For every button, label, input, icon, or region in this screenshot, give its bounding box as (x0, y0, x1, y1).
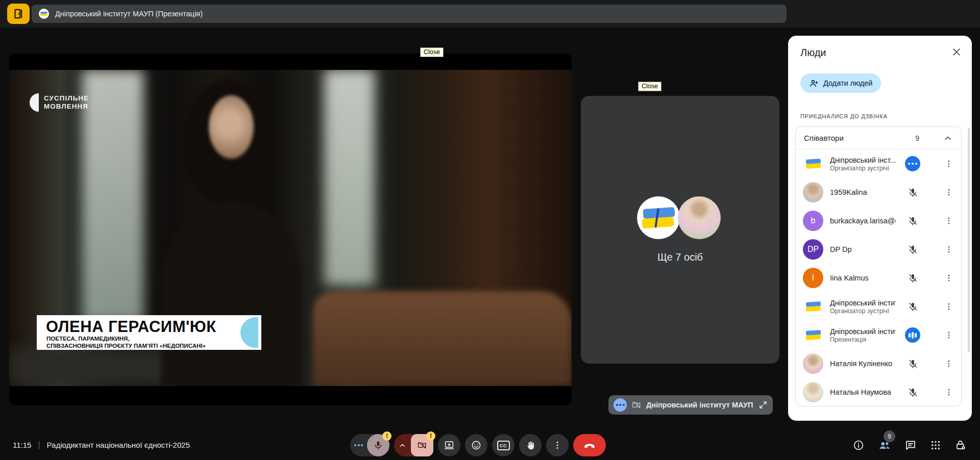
kebab-menu-icon[interactable] (943, 182, 955, 202)
add-people-button[interactable]: Додати людей (800, 73, 881, 93)
presentation-video-tile[interactable]: СУСПІЛЬНЕ МОВЛЕННЯ ОЛЕНА ГЕРАСИМ'ЮК ПОЕТ… (9, 54, 572, 405)
captions-button[interactable]: CC (492, 434, 514, 456)
meeting-favicon-flag-icon (39, 9, 49, 19)
audio-activity-icon (614, 398, 627, 412)
participant-name: Наталья Наумова (830, 388, 896, 397)
chevron-up-icon[interactable] (943, 133, 953, 143)
channel-logo-text: СУСПІЛЬНЕ МОВЛЕННЯ (44, 94, 89, 111)
kebab-menu-icon[interactable] (943, 353, 955, 374)
camera-control-group: ! (394, 434, 433, 456)
participant-avatar-flag (803, 296, 823, 317)
present-icon (444, 440, 455, 451)
speaker-roles: ПОЕТЕСА, ПАРАМЕДИКИНЯ, СПІВЗАСНОВНИЦЯ ПР… (46, 336, 206, 349)
participant-avatar-letter: DP (803, 239, 823, 260)
meeting-info-controls: 9 (852, 434, 967, 456)
present-button[interactable] (438, 434, 460, 456)
participant-row[interactable]: Дніпровський інститут... Презентація (796, 321, 961, 349)
device-chevron-icon[interactable] (394, 434, 411, 456)
participant-row[interactable]: Наталія Куліненко (796, 349, 961, 378)
host-controls-button[interactable] (954, 439, 967, 451)
participant-subtitle: Організатор зустрічі (830, 165, 896, 172)
participant-avatar-photo (803, 182, 823, 202)
browser-tab[interactable]: Дніпровський інститут МАУП (Презентація) (32, 5, 787, 23)
speaking-indicator-icon (902, 156, 923, 171)
kebab-menu-icon[interactable] (943, 382, 955, 402)
participant-row[interactable]: Дніпровський інст... (Ви) Організатор зу… (796, 149, 961, 178)
contributors-header[interactable]: Співавтори 9 (796, 127, 961, 149)
camera-button[interactable]: ! (411, 434, 433, 456)
speaker-name: ОЛЕНА ГЕРАСИМ'ЮК (46, 318, 216, 336)
mic-off-icon (902, 273, 923, 284)
participant-row[interactable]: I Iina Kalmus (796, 264, 961, 292)
end-call-icon (583, 439, 596, 451)
kebab-menu-icon[interactable] (943, 154, 955, 174)
audio-options-dots-icon[interactable] (350, 434, 367, 456)
kebab-menu-icon[interactable] (943, 268, 955, 288)
scrollbar[interactable] (968, 127, 970, 352)
participant-avatar-photo (803, 353, 823, 374)
raise-hand-button[interactable] (519, 434, 542, 456)
crescent-logo-icon (30, 93, 39, 112)
clock: 11:15 (13, 441, 31, 449)
audio-level-icon (902, 327, 923, 343)
participant-avatar-flag-pinned (803, 325, 823, 345)
avatar-photo (678, 196, 721, 239)
pin-icon (818, 340, 823, 345)
more-options-button[interactable] (546, 434, 569, 456)
close-icon[interactable] (949, 45, 964, 59)
kebab-menu-icon (552, 440, 562, 450)
kebab-menu-icon[interactable] (943, 211, 955, 231)
presenter-chip[interactable]: Дніпровський інститут МАУП (608, 395, 773, 415)
activities-button[interactable] (930, 440, 941, 451)
chat-button[interactable] (904, 439, 917, 451)
person-add-icon (809, 79, 819, 88)
people-panel: Люди Додати людей ПРИЄДНАЛИСЯ ДО ДЗВІНКА… (788, 36, 972, 421)
info-button[interactable] (852, 439, 865, 451)
lock-icon (954, 439, 967, 451)
channel-logo: СУСПІЛЬНЕ МОВЛЕННЯ (30, 93, 89, 112)
chat-icon (904, 439, 917, 451)
contributors-count: 9 (915, 134, 919, 142)
contributors-title: Співавтори (804, 134, 915, 142)
reactions-button[interactable] (465, 434, 487, 456)
participant-name: burkackaya.larisa@gma... (830, 216, 896, 225)
panel-title: Люди (800, 47, 826, 59)
tooltip-close: Close (420, 47, 444, 57)
kebab-menu-icon[interactable] (943, 239, 955, 260)
joined-section-label: ПРИЄДНАЛИСЯ ДО ДЗВІНКА (800, 113, 888, 119)
others-tile[interactable]: Ще 7 осіб (581, 96, 779, 364)
participant-row[interactable]: Наталья Наумова (796, 378, 961, 406)
grid-icon (930, 440, 941, 451)
participant-row[interactable]: DP DP Dp (796, 235, 961, 264)
participant-row[interactable]: b burkackaya.larisa@gma... (796, 207, 961, 235)
end-call-button[interactable] (573, 434, 606, 456)
mic-button[interactable]: ! (367, 434, 389, 456)
participant-name: DP Dp (830, 245, 896, 254)
kebab-menu-icon[interactable] (943, 296, 955, 317)
expand-icon[interactable] (758, 400, 768, 410)
smiley-icon (471, 440, 482, 451)
contributors-card: Співавтори 9 Дніпровський інст... (Ви) О… (795, 126, 962, 406)
participant-name: Дніпровський інститут... (830, 298, 896, 308)
participant-name: Дніпровський інст... (Ви) (830, 156, 896, 165)
info-icon (852, 439, 865, 451)
camera-off-icon (417, 440, 427, 450)
mic-off-icon (902, 387, 923, 398)
bottom-bar: 11:15 | Радіодиктант національної єдност… (0, 431, 980, 460)
people-count-badge: 9 (884, 430, 895, 442)
others-count-label: Ще 7 осіб (581, 251, 779, 263)
mic-off-icon (902, 187, 923, 198)
participant-avatar-photo (803, 382, 823, 402)
presentation-video: СУСПІЛЬНЕ МОВЛЕННЯ ОЛЕНА ГЕРАСИМ'ЮК ПОЕТ… (9, 70, 572, 386)
participant-row[interactable]: Дніпровський інститут... Організатор зус… (796, 292, 961, 321)
people-button[interactable]: 9 (878, 439, 891, 452)
participant-subtitle: Презентація (830, 336, 896, 344)
door-icon[interactable] (7, 4, 30, 24)
avatar-flag (637, 196, 680, 239)
tab-title: Дніпровський інститут МАУП (Презентація) (55, 10, 203, 18)
participant-avatar-letter: b (803, 211, 823, 231)
kebab-menu-icon[interactable] (943, 325, 955, 345)
participant-row[interactable]: 1959Kalina (796, 178, 961, 207)
camera-off-icon (631, 400, 642, 410)
mic-off-icon (902, 216, 923, 226)
